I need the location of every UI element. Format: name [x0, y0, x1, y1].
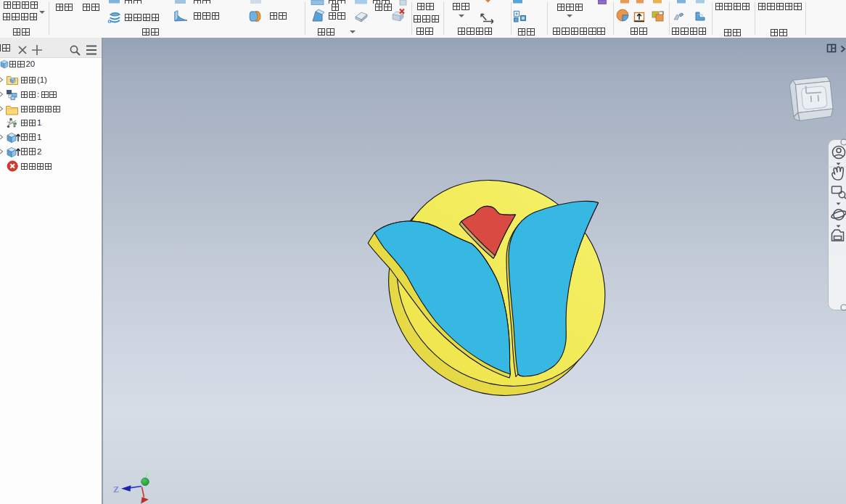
svg-text:Z: Z	[113, 484, 119, 495]
